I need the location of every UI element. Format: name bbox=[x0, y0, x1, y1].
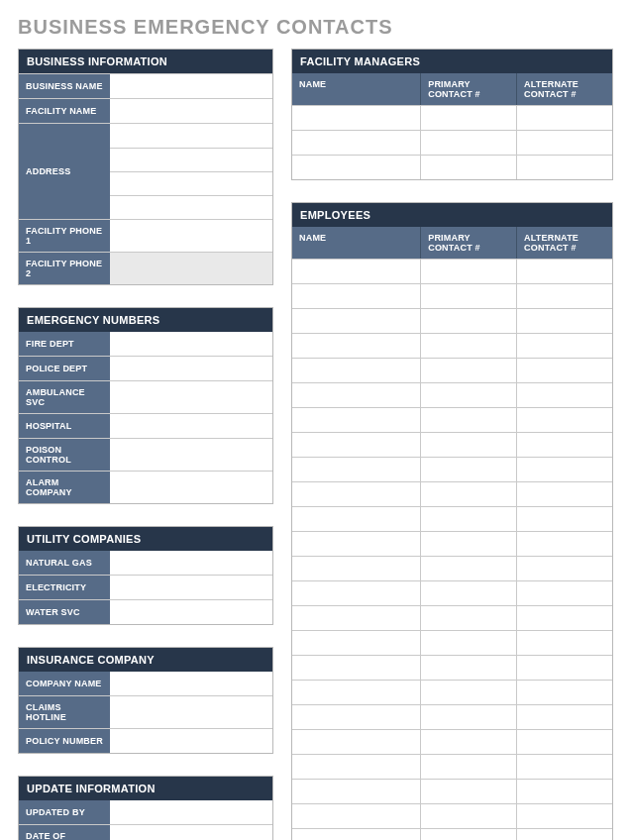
value-input[interactable] bbox=[110, 600, 272, 624]
alternate-input[interactable] bbox=[516, 260, 612, 283]
alternate-input[interactable] bbox=[516, 131, 612, 155]
name-input[interactable] bbox=[292, 458, 420, 481]
primary-input[interactable] bbox=[420, 433, 516, 457]
primary-input[interactable] bbox=[420, 755, 516, 779]
primary-input[interactable] bbox=[420, 359, 516, 382]
primary-input[interactable] bbox=[420, 131, 516, 155]
name-input[interactable] bbox=[292, 557, 420, 580]
name-input[interactable] bbox=[292, 581, 420, 605]
primary-input[interactable] bbox=[420, 507, 516, 531]
value-input[interactable] bbox=[110, 729, 272, 753]
alternate-input[interactable] bbox=[516, 408, 612, 432]
alternate-input[interactable] bbox=[516, 507, 612, 531]
name-input[interactable] bbox=[292, 334, 420, 358]
name-input[interactable] bbox=[292, 606, 420, 630]
alternate-input[interactable] bbox=[516, 156, 612, 179]
name-input[interactable] bbox=[292, 804, 420, 828]
name-input[interactable] bbox=[292, 730, 420, 754]
alternate-input[interactable] bbox=[516, 383, 612, 407]
name-input[interactable] bbox=[292, 309, 420, 333]
address-input[interactable] bbox=[110, 148, 272, 171]
primary-input[interactable] bbox=[420, 334, 516, 358]
name-input[interactable] bbox=[292, 284, 420, 308]
facility-phone1-input[interactable] bbox=[110, 220, 272, 252]
primary-input[interactable] bbox=[420, 309, 516, 333]
facility-name-input[interactable] bbox=[110, 99, 272, 123]
primary-input[interactable] bbox=[420, 482, 516, 506]
primary-input[interactable] bbox=[420, 408, 516, 432]
address-input[interactable] bbox=[110, 171, 272, 195]
name-input[interactable] bbox=[292, 482, 420, 506]
name-input[interactable] bbox=[292, 631, 420, 655]
value-input[interactable] bbox=[110, 357, 272, 380]
name-input[interactable] bbox=[292, 383, 420, 407]
value-input[interactable] bbox=[110, 696, 272, 728]
alternate-input[interactable] bbox=[516, 532, 612, 556]
name-input[interactable] bbox=[292, 681, 420, 704]
alternate-input[interactable] bbox=[516, 705, 612, 729]
business-name-input[interactable] bbox=[110, 74, 272, 98]
value-input[interactable] bbox=[110, 800, 272, 824]
primary-input[interactable] bbox=[420, 681, 516, 704]
primary-input[interactable] bbox=[420, 804, 516, 828]
alternate-input[interactable] bbox=[516, 284, 612, 308]
primary-input[interactable] bbox=[420, 260, 516, 283]
alternate-input[interactable] bbox=[516, 557, 612, 580]
primary-input[interactable] bbox=[420, 383, 516, 407]
primary-input[interactable] bbox=[420, 705, 516, 729]
name-input[interactable] bbox=[292, 507, 420, 531]
primary-input[interactable] bbox=[420, 606, 516, 630]
primary-input[interactable] bbox=[420, 458, 516, 481]
value-input[interactable] bbox=[110, 576, 272, 599]
primary-input[interactable] bbox=[420, 532, 516, 556]
name-input[interactable] bbox=[292, 131, 420, 155]
alternate-input[interactable] bbox=[516, 730, 612, 754]
facility-phone2-input[interactable] bbox=[110, 253, 272, 284]
alternate-input[interactable] bbox=[516, 334, 612, 358]
primary-input[interactable] bbox=[420, 581, 516, 605]
name-input[interactable] bbox=[292, 656, 420, 680]
value-input[interactable] bbox=[110, 439, 272, 471]
primary-input[interactable] bbox=[420, 284, 516, 308]
name-input[interactable] bbox=[292, 408, 420, 432]
value-input[interactable] bbox=[110, 414, 272, 438]
name-input[interactable] bbox=[292, 156, 420, 179]
primary-input[interactable] bbox=[420, 780, 516, 803]
value-input[interactable] bbox=[110, 551, 272, 575]
value-input[interactable] bbox=[110, 472, 272, 503]
alternate-input[interactable] bbox=[516, 581, 612, 605]
alternate-input[interactable] bbox=[516, 631, 612, 655]
alternate-input[interactable] bbox=[516, 681, 612, 704]
alternate-input[interactable] bbox=[516, 755, 612, 779]
name-input[interactable] bbox=[292, 532, 420, 556]
alternate-input[interactable] bbox=[516, 482, 612, 506]
primary-input[interactable] bbox=[420, 631, 516, 655]
value-input[interactable] bbox=[110, 672, 272, 695]
value-input[interactable] bbox=[110, 332, 272, 356]
alternate-input[interactable] bbox=[516, 829, 612, 840]
alternate-input[interactable] bbox=[516, 780, 612, 803]
primary-input[interactable] bbox=[420, 829, 516, 840]
name-input[interactable] bbox=[292, 829, 420, 840]
alternate-input[interactable] bbox=[516, 433, 612, 457]
primary-input[interactable] bbox=[420, 106, 516, 130]
alternate-input[interactable] bbox=[516, 656, 612, 680]
address-input[interactable] bbox=[110, 124, 272, 148]
alternate-input[interactable] bbox=[516, 359, 612, 382]
name-input[interactable] bbox=[292, 755, 420, 779]
alternate-input[interactable] bbox=[516, 106, 612, 130]
name-input[interactable] bbox=[292, 705, 420, 729]
alternate-input[interactable] bbox=[516, 804, 612, 828]
name-input[interactable] bbox=[292, 106, 420, 130]
value-input[interactable] bbox=[110, 381, 272, 413]
value-input[interactable] bbox=[110, 825, 272, 840]
primary-input[interactable] bbox=[420, 557, 516, 580]
alternate-input[interactable] bbox=[516, 458, 612, 481]
primary-input[interactable] bbox=[420, 656, 516, 680]
alternate-input[interactable] bbox=[516, 606, 612, 630]
address-input[interactable] bbox=[110, 195, 272, 219]
primary-input[interactable] bbox=[420, 730, 516, 754]
alternate-input[interactable] bbox=[516, 309, 612, 333]
name-input[interactable] bbox=[292, 433, 420, 457]
name-input[interactable] bbox=[292, 359, 420, 382]
